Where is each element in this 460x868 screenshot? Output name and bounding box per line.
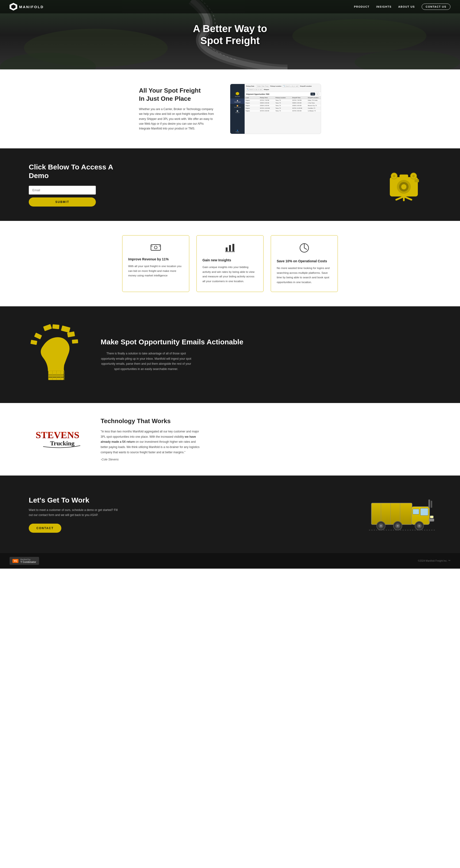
svg-rect-57: [431, 501, 432, 508]
ss-date-input[interactable]: [256, 85, 269, 87]
svg-rect-36: [30, 340, 37, 345]
combinator-badge: YC Backed by Y Combinator: [9, 557, 39, 565]
demo-title: Click Below To Access A Demo: [29, 163, 113, 180]
benefit-card-revenue: Improve Revenue by 11% With all your spo…: [122, 235, 189, 292]
benefit-title-insights: Gain new Insights: [202, 258, 258, 262]
ss-col-dropoff-loc: Dropoff Location: [308, 97, 321, 98]
ss-col-dropoff-time: Dropoff Time: [292, 97, 308, 98]
combinator-name: Y Combinator: [20, 561, 36, 563]
table-row: Niagara 3/27/24, 9:00 AM Texas, TX 3/27/…: [245, 110, 321, 112]
svg-rect-30: [61, 326, 70, 333]
svg-point-60: [380, 525, 382, 527]
svg-rect-34: [34, 333, 42, 339]
testimonial-heading: Technology That Works: [100, 417, 201, 425]
demo-email-input[interactable]: [29, 186, 96, 194]
svg-rect-35: [72, 339, 78, 344]
svg-point-66: [418, 525, 420, 527]
svg-text:STEVENS: STEVENS: [36, 430, 79, 440]
ss-smart-lanes[interactable]: 🔀Smart Lanes: [230, 104, 245, 109]
benefit-title-revenue: Improve Revenue by 11%: [128, 257, 183, 261]
svg-rect-24: [229, 245, 231, 251]
benefit-desc-insights: Gain unique insights into your bidding a…: [202, 265, 258, 284]
emails-section: Make Spot Opportunity Emails Actionable …: [0, 306, 460, 403]
nav-product[interactable]: PRODUCT: [354, 5, 369, 8]
nav-contact-button[interactable]: CONTACT US: [422, 4, 451, 10]
svg-rect-67: [429, 519, 434, 522]
benefit-desc-revenue: With all your spot freight in one locati…: [128, 264, 183, 278]
svg-text:Trucking: Trucking: [50, 440, 75, 447]
svg-rect-37: [49, 371, 64, 374]
backed-by-label: Backed by: [20, 558, 36, 561]
svg-point-3: [292, 19, 427, 53]
ss-profile[interactable]: 👤Profile: [230, 128, 245, 134]
emails-title: Make Spot Opportunity Emails Actionable: [100, 338, 243, 346]
features-title: All Your Spot Freight In Just One Place: [139, 87, 215, 103]
nav-about[interactable]: ABOUT US: [398, 5, 415, 8]
benefit-title-costs: Save 10% on Operational Costs: [277, 259, 332, 263]
ss-dropoff-loc-label: Dropoff Location: [300, 86, 312, 87]
insights-icon: [202, 243, 258, 254]
ss-dropoff-city-input[interactable]: [246, 88, 263, 91]
svg-rect-38: [49, 375, 64, 377]
table-row: Niagara 3/27/24, 11:00 AM Texas, TX 3/27…: [245, 107, 321, 110]
testimonial-author: -Cole Stevens: [100, 458, 201, 461]
features-text: All Your Spot Freight In Just One Place …: [139, 87, 215, 131]
testimonial-quote: "In less than two months Manifold aggreg…: [100, 429, 201, 455]
svg-rect-25: [232, 244, 234, 251]
svg-rect-33: [43, 324, 52, 331]
hero-title: A Better Way to Spot Freight: [193, 23, 267, 47]
benefit-card-insights: Gain new Insights Gain unique insights i…: [197, 235, 263, 292]
svg-rect-32: [52, 324, 59, 329]
ss-pickup-city-input[interactable]: [283, 85, 299, 87]
svg-rect-15: [415, 179, 419, 182]
camera-icon: [383, 165, 427, 202]
svg-point-12: [393, 175, 396, 177]
table-row: Niagara 3/28/24, 6:00 AM Texas, TX 3/28/…: [245, 102, 321, 104]
demo-submit-button[interactable]: SUBMIT: [29, 197, 96, 207]
cta-section: Let's Get To Work Want to meet a custome…: [0, 475, 460, 553]
ss-filter-button[interactable]: Filter: [311, 93, 315, 95]
svg-rect-23: [226, 247, 228, 251]
svg-rect-68: [430, 516, 433, 518]
truck-icon: [369, 492, 436, 535]
stevens-logo-svg: STEVENS Trucking: [29, 426, 86, 452]
nav-insights[interactable]: INSIGHTS: [376, 5, 392, 8]
ss-insights[interactable]: 📊Insights: [230, 109, 245, 114]
svg-rect-39: [49, 378, 64, 380]
cta-contact-button[interactable]: CONTACT: [29, 524, 61, 533]
ss-col-load: Load: [246, 97, 260, 98]
logo[interactable]: MANIFOLD: [9, 3, 44, 10]
ycombinator-logo: YC: [12, 559, 19, 563]
revenue-icon: [128, 243, 183, 253]
hero-title-line1: A Better Way to: [193, 23, 267, 34]
svg-line-29: [304, 248, 307, 249]
svg-point-14: [412, 175, 415, 177]
table-row: Niagara 3/29/24, 6:00 AM Texas, TX 3/29/…: [245, 104, 321, 107]
logo-text: MANIFOLD: [19, 5, 44, 9]
testimonial-section: STEVENS Trucking Technology That Works "…: [0, 403, 460, 475]
benefit-card-costs: Save 10% on Operational Costs No more wa…: [271, 235, 338, 292]
bulb-icon-wrap: [29, 323, 82, 386]
bulb-icon: [29, 323, 82, 385]
ss-col-pickup-loc: Pickup Location: [276, 97, 292, 98]
svg-point-9: [401, 184, 407, 189]
svg-point-20: [154, 246, 157, 249]
svg-rect-55: [413, 509, 419, 514]
svg-rect-49: [371, 503, 412, 525]
ss-opportunities-title: Shipment Opportunities 7800: [246, 93, 269, 95]
svg-line-16: [396, 196, 404, 200]
svg-line-18: [404, 196, 411, 200]
testimonial-text: Technology That Works "In less than two …: [100, 417, 201, 461]
svg-rect-54: [421, 508, 428, 516]
backed-text: Backed by Y Combinator: [20, 558, 36, 563]
ss-refresh-button[interactable]: ⟳: [316, 93, 319, 95]
footer: YC Backed by Y Combinator ©2024 Manifold…: [0, 553, 460, 569]
truck-icon-wrap: [369, 492, 431, 536]
features-section: All Your Spot Freight In Just One Place …: [0, 69, 460, 148]
stevens-logo: STEVENS Trucking: [29, 426, 86, 453]
ss-load-board[interactable]: 📋Load Board: [230, 99, 245, 104]
ss-logo: Manifold: [230, 91, 245, 99]
cta-left: Let's Get To Work Want to meet a custome…: [29, 496, 120, 533]
cta-description: Want to meet a customer of ours, schedul…: [29, 507, 120, 518]
camera-icon-wrap: [383, 165, 431, 204]
